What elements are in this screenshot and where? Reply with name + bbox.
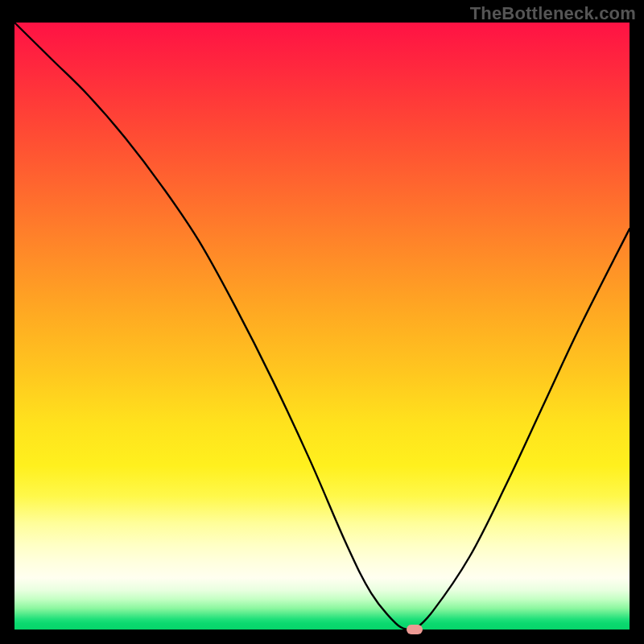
curve-svg <box>14 23 630 630</box>
watermark-text: TheBottleneck.com <box>470 3 636 24</box>
optimal-marker <box>407 625 423 634</box>
chart-frame: TheBottleneck.com <box>0 0 644 644</box>
plot-area <box>14 23 630 630</box>
bottleneck-curve-path <box>14 23 630 631</box>
